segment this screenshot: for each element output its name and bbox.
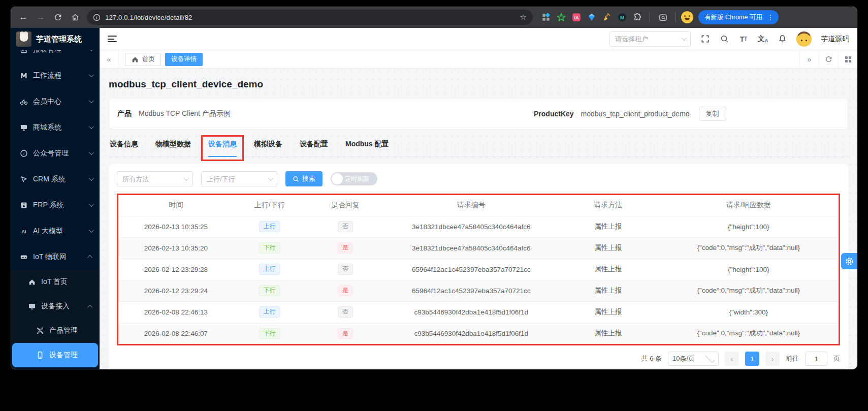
sidebar-item-device-access[interactable]: 设备接入: [11, 294, 100, 319]
sidebar-item-report[interactable]: 报表管理: [11, 50, 100, 62]
table-row[interactable]: 2026-02-08 22:46:07下行是c93b5446930f42dba1…: [118, 323, 839, 344]
search-icon[interactable]: [719, 34, 729, 44]
tenant-select-input[interactable]: [615, 35, 678, 43]
sidebar: 芋道管理系统 报表管理工作流程会员中心商城系统公众号管理CRM 系统ERP 系统…: [11, 28, 100, 369]
font-size-icon[interactable]: TT: [738, 34, 749, 44]
table-row[interactable]: 2026-02-12 23:29:28上行否65964f12ac1c452397…: [118, 259, 839, 280]
chrome-update-button[interactable]: 有新版 Chrome 可用 ⋮: [698, 10, 779, 24]
extension-broom-icon[interactable]: [602, 12, 612, 22]
prev-page-button[interactable]: ‹: [725, 352, 739, 366]
sidebar-item-crm[interactable]: CRM 系统: [11, 166, 100, 192]
tabs-scroll-right-icon[interactable]: »: [799, 50, 819, 68]
user-avatar[interactable]: [796, 31, 812, 47]
sidebar-item-official-account[interactable]: 公众号管理: [11, 140, 100, 166]
member-icon: [20, 98, 28, 106]
sidebar-item-iot-home[interactable]: IoT 首页: [11, 270, 100, 294]
sidebar-item-ai[interactable]: AIAI 大模型: [11, 218, 100, 244]
pagination-total: 共 6 条: [641, 354, 662, 363]
copy-button[interactable]: 复制: [699, 107, 726, 121]
extensions-puzzle-icon[interactable]: [632, 12, 642, 22]
sidebar-item-iot[interactable]: IoT 物联网: [11, 244, 100, 270]
app-logo[interactable]: 芋道管理系统: [11, 28, 100, 50]
bookmark-star-icon[interactable]: ☆: [520, 13, 527, 22]
extension-blue-gem-icon[interactable]: [587, 12, 597, 22]
home-icon[interactable]: [68, 10, 83, 25]
cell-request-id: c93b5446930f42dba1e418f5d1f06f1d: [385, 323, 558, 344]
tenant-select[interactable]: [609, 31, 691, 47]
search-button[interactable]: 搜索: [285, 171, 323, 186]
table-row[interactable]: 2026-02-08 22:46:13上行否c93b5446930f42dba1…: [118, 301, 839, 323]
fullscreen-icon[interactable]: [700, 34, 710, 44]
detail-tab-5[interactable]: Modbus 配置: [345, 140, 389, 156]
iot-icon: [20, 253, 28, 261]
method-filter-select[interactable]: [117, 171, 193, 186]
detail-tab-label: 设备消息: [208, 140, 237, 148]
extension-pink-icon[interactable]: tA: [571, 12, 582, 22]
extension-m-circle-icon[interactable]: M: [617, 12, 627, 22]
goto-page-input[interactable]: [805, 352, 827, 366]
extension-green-star-icon[interactable]: [556, 12, 566, 22]
translate-icon[interactable]: 文A: [758, 34, 768, 44]
refresh-page-icon[interactable]: [819, 50, 838, 68]
method-filter-input[interactable]: [122, 175, 180, 183]
device-info-card: 产品 Modbus TCP Client 产品示例 ProductKey mod…: [109, 98, 848, 130]
sidebar-item-workflow[interactable]: 工作流程: [11, 62, 100, 88]
sidebar-item-mall[interactable]: 商城系统: [11, 114, 100, 140]
sidebar-submenu: IoT 首页设备接入产品管理设备管理: [11, 270, 100, 367]
page-number-1[interactable]: 1: [745, 352, 759, 366]
url-text[interactable]: 127.0.0.1/iot/device/detail/82: [105, 14, 516, 21]
browser-profile-avatar[interactable]: [681, 11, 693, 23]
layout-grid-icon[interactable]: [838, 50, 857, 68]
detail-tab-2[interactable]: 设备消息: [208, 140, 237, 156]
page-size-select[interactable]: 10条/页: [668, 352, 719, 366]
direction-filter-select[interactable]: [201, 171, 277, 186]
detail-tab-label: 设备信息: [110, 140, 138, 148]
cell-time: 2026-02-08 22:46:07: [118, 323, 234, 344]
forward-icon[interactable]: →: [33, 10, 48, 25]
auto-refresh-toggle[interactable]: 定时刷新: [331, 172, 377, 185]
tabs-scroll-left-icon[interactable]: «: [100, 50, 119, 68]
goto-label: 前往: [786, 354, 799, 363]
auto-refresh-label: 定时刷新: [345, 175, 369, 183]
cell-method: 属性上报: [558, 237, 659, 259]
table-header-cell: 是否回复: [306, 195, 385, 216]
reload-icon[interactable]: [50, 10, 66, 25]
sidebar-item-product-mgmt[interactable]: 产品管理: [11, 319, 100, 343]
sidebar-item-erp[interactable]: ERP 系统: [11, 192, 100, 218]
product-key-value: modbus_tcp_client_product_demo: [581, 110, 690, 118]
table-row[interactable]: 2026-02-13 10:35:20下行是3e18321dbcee47a584…: [118, 237, 839, 259]
table-header-cell: 请求方法: [558, 195, 659, 216]
username[interactable]: 芋道源码: [821, 35, 849, 44]
table-row[interactable]: 2026-02-12 23:29:24下行是65964f12ac1c452397…: [118, 280, 839, 301]
detail-tab-3[interactable]: 模拟设备: [254, 140, 282, 156]
cell-request-id: 65964f12ac1c452397eba357a70721cc: [385, 280, 558, 301]
page-tab-home[interactable]: 首页: [125, 53, 161, 66]
workflow-icon: [20, 72, 28, 80]
toolbar-divider: [650, 12, 650, 22]
cell-method: 属性上报: [558, 323, 659, 344]
next-page-button[interactable]: ›: [765, 352, 780, 366]
page-tab-bar: « 首页设备详情 »: [100, 50, 857, 69]
detail-tab-0[interactable]: 设备信息: [110, 140, 138, 156]
table-header-cell: 请求/响应数据: [658, 195, 839, 216]
sidebar-item-device-mgmt[interactable]: 设备管理: [12, 343, 98, 367]
detail-tab-1[interactable]: 物模型数据: [155, 140, 191, 156]
cell-method: 属性上报: [558, 301, 659, 323]
sidebar-item-member[interactable]: 会员中心: [11, 88, 100, 114]
theme-settings-button[interactable]: [841, 253, 857, 269]
back-icon[interactable]: ←: [16, 10, 31, 25]
page-tab-device-detail[interactable]: 设备详情: [165, 53, 203, 66]
search-button-label: 搜索: [302, 174, 315, 183]
browser-menu-icon[interactable]: ⋮: [765, 13, 776, 21]
extension-grid-icon[interactable]: [541, 12, 551, 22]
address-bar[interactable]: 127.0.0.1/iot/device/detail/82 ☆: [87, 10, 533, 25]
tab-search-icon[interactable]: [655, 10, 670, 25]
direction-filter-input[interactable]: [207, 175, 264, 183]
table-row[interactable]: 2026-02-13 10:35:25上行否3e18321dbcee47a584…: [118, 216, 839, 237]
page-size-value: 10条/页: [672, 354, 701, 363]
collapse-sidebar-icon[interactable]: [108, 36, 117, 42]
reply-tag: 是: [338, 328, 353, 339]
detail-tab-4[interactable]: 设备配置: [300, 140, 328, 156]
notification-bell-icon[interactable]: [777, 34, 787, 44]
site-info-icon[interactable]: [93, 14, 101, 21]
